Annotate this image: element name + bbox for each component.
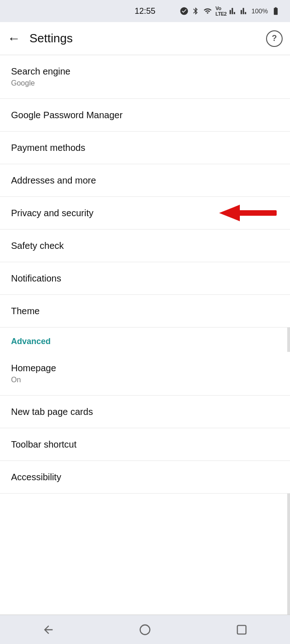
back-nav-button[interactable] xyxy=(28,619,69,641)
battery-text: 100% xyxy=(251,7,268,15)
status-bar: 12:55 VoLTE2 100% xyxy=(0,0,290,22)
settings-item-title: Accessibility xyxy=(11,471,279,483)
settings-item-title: Homepage xyxy=(11,362,279,374)
settings-item-privacy-and-security[interactable]: Privacy and security xyxy=(0,197,290,230)
settings-item-payment-methods[interactable]: Payment methods xyxy=(0,132,290,164)
settings-item-title: Addresses and more xyxy=(11,174,279,186)
section-header-advanced: Advanced xyxy=(0,328,290,352)
status-time: 12:55 xyxy=(134,6,155,16)
alarm-icon xyxy=(180,6,189,16)
app-bar: ← Settings ? xyxy=(0,22,290,55)
settings-item-title: Search engine xyxy=(11,65,279,77)
content-wrapper: Search engine Google Google Password Man… xyxy=(0,55,290,615)
settings-list: Search engine Google Google Password Man… xyxy=(0,55,290,494)
svg-rect-0 xyxy=(238,210,277,216)
settings-item-accessibility[interactable]: Accessibility xyxy=(0,461,290,494)
recent-nav-button[interactable] xyxy=(221,619,262,641)
signal-icon-2 xyxy=(240,6,249,16)
settings-item-new-tab-page-cards[interactable]: New tab page cards xyxy=(0,396,290,428)
svg-marker-1 xyxy=(219,205,240,221)
settings-item-title: Privacy and security xyxy=(11,207,207,219)
page-title: Settings xyxy=(29,31,266,46)
red-arrow-icon xyxy=(219,204,279,222)
settings-item-safety-check[interactable]: Safety check xyxy=(0,230,290,262)
home-nav-button[interactable] xyxy=(125,619,165,641)
red-arrow-annotation xyxy=(219,204,279,222)
bottom-nav xyxy=(0,615,290,644)
battery-icon xyxy=(271,6,281,16)
home-nav-icon xyxy=(139,623,151,636)
wifi-icon xyxy=(203,7,213,15)
status-icons: VoLTE2 100% xyxy=(180,6,281,17)
settings-item-homepage[interactable]: Homepage On xyxy=(0,352,290,396)
settings-item-title: Theme xyxy=(11,305,279,317)
recent-nav-icon xyxy=(235,623,248,636)
section-header-label: Advanced xyxy=(11,337,51,346)
signal-icon xyxy=(229,6,238,16)
help-button[interactable]: ? xyxy=(266,30,283,47)
settings-item-toolbar-shortcut[interactable]: Toolbar shortcut xyxy=(0,428,290,461)
settings-item-title: Safety check xyxy=(11,240,279,252)
settings-item-title: Notifications xyxy=(11,272,279,284)
settings-item-title: Toolbar shortcut xyxy=(11,438,279,450)
settings-item-notifications[interactable]: Notifications xyxy=(0,262,290,295)
settings-item-subtitle: On xyxy=(11,375,279,385)
settings-item-title: Google Password Manager xyxy=(11,109,279,121)
settings-item-addresses-and-more[interactable]: Addresses and more xyxy=(0,164,290,197)
back-nav-icon xyxy=(42,623,55,636)
settings-item-theme[interactable]: Theme xyxy=(0,295,290,328)
settings-item-title: New tab page cards xyxy=(11,406,279,418)
settings-item-title: Payment methods xyxy=(11,142,279,154)
svg-rect-3 xyxy=(238,625,246,634)
bluetooth-icon xyxy=(191,6,200,16)
svg-point-2 xyxy=(140,625,150,634)
back-button[interactable]: ← xyxy=(7,32,20,45)
network-label: VoLTE2 xyxy=(215,6,226,17)
settings-item-search-engine[interactable]: Search engine Google xyxy=(0,55,290,99)
settings-item-google-password-manager[interactable]: Google Password Manager xyxy=(0,99,290,132)
settings-item-subtitle: Google xyxy=(11,79,279,88)
